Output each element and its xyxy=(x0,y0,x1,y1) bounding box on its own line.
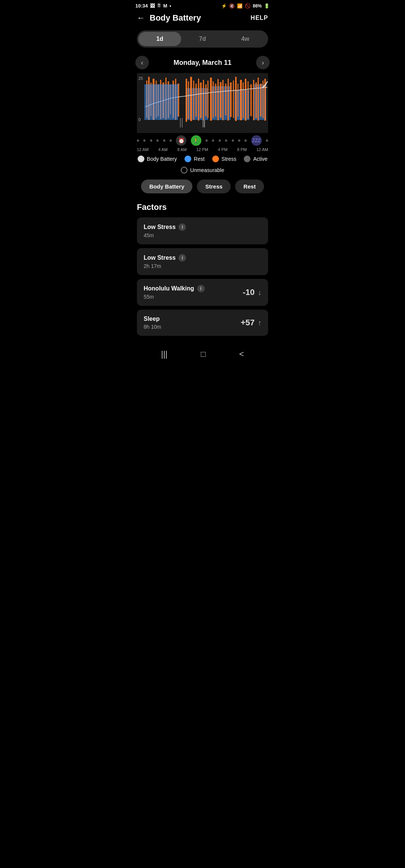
svg-rect-31 xyxy=(210,78,212,121)
tab-1d[interactable]: 1d xyxy=(138,32,181,46)
info-icon-2[interactable]: i xyxy=(178,254,186,262)
svg-rect-54 xyxy=(180,118,181,127)
factor-time-3: 55m xyxy=(144,294,205,300)
factor-card-sleep[interactable]: Sleep 8h 10m +57 ↑ xyxy=(137,310,268,336)
home-button[interactable]: □ xyxy=(201,349,206,359)
svg-rect-23 xyxy=(190,77,192,121)
svg-rect-43 xyxy=(240,80,242,120)
legend-label-rest: Rest xyxy=(194,156,205,162)
svg-rect-55 xyxy=(182,118,183,127)
dot-8 xyxy=(212,139,214,142)
gmail-icon: M xyxy=(163,3,167,9)
chart-container: 25 0 xyxy=(137,73,268,133)
tab-4w[interactable]: 4w xyxy=(224,32,267,46)
svg-rect-45 xyxy=(245,79,246,121)
legend-label-body-battery: Body Battery xyxy=(147,156,177,162)
time-label-6: 12 AM xyxy=(256,147,268,152)
status-right: ⚡ 🔇 📶 🚫 86% 🔋 xyxy=(221,3,270,9)
svg-rect-27 xyxy=(200,82,202,118)
factors-section: Factors Low Stress i 45m Low Stress i 2h… xyxy=(129,199,276,336)
svg-rect-42 xyxy=(237,84,238,117)
factors-title: Factors xyxy=(137,202,268,212)
factor-left-3: Honolulu Walking i 55m xyxy=(144,285,205,300)
filter-rest[interactable]: Rest xyxy=(235,180,264,193)
svg-rect-56 xyxy=(202,120,203,127)
help-button[interactable]: HELP xyxy=(250,15,268,21)
date-label: Monday, March 11 xyxy=(174,59,232,67)
factor-value-3: -10 ↓ xyxy=(243,287,261,297)
info-icon-3[interactable]: i xyxy=(197,285,205,292)
factor-time-2: 2h 17m xyxy=(144,263,186,269)
svg-rect-50 xyxy=(258,78,259,121)
svg-rect-22 xyxy=(188,81,189,119)
legend: Body Battery Rest Stress Active Unmeasur… xyxy=(129,152,276,177)
dot-7 xyxy=(206,139,208,142)
time-label-1: 4 AM xyxy=(158,147,168,152)
dot-3 xyxy=(150,139,152,142)
legend-label-active: Active xyxy=(253,156,267,162)
tab-7d[interactable]: 7d xyxy=(181,32,224,46)
factor-name-4: Sleep xyxy=(144,316,161,322)
factor-card-low-stress-2[interactable]: Low Stress i 2h 17m xyxy=(137,248,268,275)
alarm-icon: ⏰ xyxy=(176,135,186,146)
filter-buttons: Body Battery Stress Rest xyxy=(129,177,276,199)
arrow-up-icon-4: ↑ xyxy=(258,319,261,327)
legend-stress: Stress xyxy=(212,156,237,162)
factor-card-low-stress-1[interactable]: Low Stress i 45m xyxy=(137,217,268,244)
header-left: ← Body Battery xyxy=(137,13,201,23)
info-icon-1[interactable]: i xyxy=(178,223,186,231)
time-label-2: 8 AM xyxy=(177,147,187,152)
arrow-down-icon-3: ↓ xyxy=(258,288,261,297)
svg-rect-29 xyxy=(205,84,207,116)
legend-dot-outline xyxy=(181,167,188,174)
legend-label-unmeasurable: Unmeasurable xyxy=(190,167,224,173)
back-button[interactable]: ← xyxy=(137,13,145,23)
dot-9 xyxy=(219,139,221,142)
legend-dot-orange xyxy=(212,156,219,162)
time-label-5: 8 PM xyxy=(237,147,247,152)
dot-14 xyxy=(266,139,268,142)
svg-rect-20 xyxy=(253,84,266,120)
svg-rect-35 xyxy=(220,82,222,118)
status-left: 10:34 🖼 ⠿ M • xyxy=(135,3,171,9)
time-axis: 12 AM 4 AM 8 AM 12 PM 4 PM 8 PM 12 AM xyxy=(129,146,276,152)
filter-stress[interactable]: Stress xyxy=(197,180,231,193)
prev-date-button[interactable]: ‹ xyxy=(135,56,149,69)
legend-body-battery: Body Battery xyxy=(138,156,177,162)
recents-button[interactable]: ||| xyxy=(161,349,167,359)
factor-name-3: Honolulu Walking i xyxy=(144,285,205,292)
factor-number-4: +57 xyxy=(241,318,255,328)
svg-rect-34 xyxy=(218,79,219,120)
legend-dot-gray xyxy=(244,156,250,162)
no-icon: 🚫 xyxy=(245,3,250,9)
dot-1 xyxy=(137,139,139,142)
factor-time-4: 8h 10m xyxy=(144,324,161,330)
svg-rect-21 xyxy=(186,79,187,122)
bluetooth-icon: ⚡ xyxy=(221,3,227,9)
dot-indicator: • xyxy=(170,3,171,9)
factor-number-3: -10 xyxy=(243,287,255,297)
filter-body-battery[interactable]: Body Battery xyxy=(141,180,192,193)
nav-bar: ||| □ < xyxy=(129,343,276,365)
factor-card-walking[interactable]: Honolulu Walking i 55m -10 ↓ xyxy=(137,279,268,306)
battery-icon: 🔋 xyxy=(264,3,270,9)
wifi-icon: 📶 xyxy=(237,3,243,9)
dot-12 xyxy=(238,139,240,142)
back-nav-button[interactable]: < xyxy=(239,349,244,359)
y-label-top: 25 xyxy=(138,76,143,81)
svg-rect-44 xyxy=(243,82,244,118)
dot-5 xyxy=(163,139,165,142)
factor-value-4: +57 ↑ xyxy=(241,318,261,328)
next-date-button[interactable]: › xyxy=(256,56,270,69)
header: ← Body Battery HELP xyxy=(129,10,276,27)
svg-rect-33 xyxy=(215,84,216,117)
date-nav: ‹ Monday, March 11 › xyxy=(129,54,276,73)
svg-rect-38 xyxy=(228,79,229,121)
dots-icon: ⠿ xyxy=(157,3,161,9)
dot-2 xyxy=(143,139,146,142)
time-label-0: 12 AM xyxy=(137,147,148,152)
battery-display: 86% xyxy=(253,3,262,9)
svg-rect-28 xyxy=(203,80,204,120)
dot-4 xyxy=(156,139,159,142)
svg-rect-30 xyxy=(207,81,208,118)
